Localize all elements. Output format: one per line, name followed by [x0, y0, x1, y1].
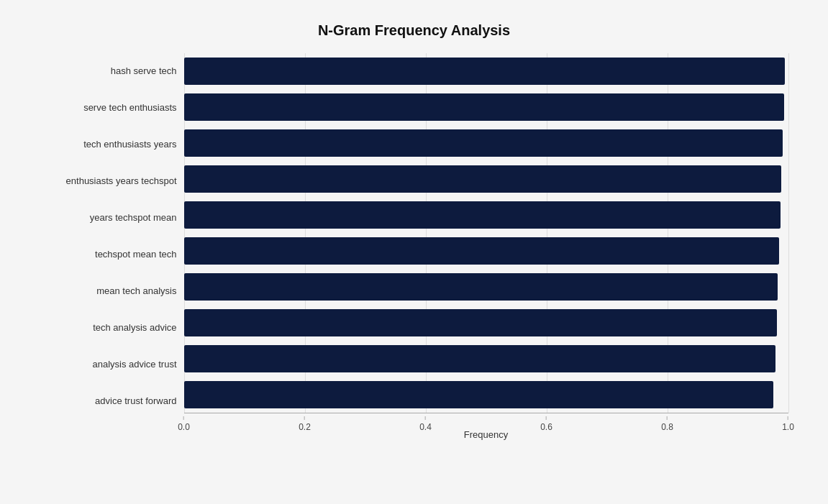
x-tick: 1.0 — [782, 416, 794, 432]
y-label: tech analysis advice — [40, 322, 177, 334]
bar-row — [184, 269, 788, 305]
y-label: tech enthusiasts years — [40, 139, 177, 150]
y-label: mean tech analysis — [40, 285, 177, 297]
bars-area — [184, 53, 788, 413]
x-tick-label: 0.6 — [540, 422, 552, 432]
bar — [184, 237, 779, 265]
x-tick: 0.2 — [299, 416, 311, 432]
bar-row — [184, 197, 788, 233]
y-labels: hash serve techserve tech enthusiaststec… — [40, 53, 184, 420]
x-axis: 0.00.20.40.60.81.0 — [184, 413, 788, 413]
chart-title: N-Gram Frequency Analysis — [40, 22, 788, 39]
bar-row — [184, 233, 788, 269]
bar-row — [184, 125, 788, 161]
bar — [184, 165, 782, 193]
bar-row — [184, 53, 788, 89]
y-label: enthusiasts years techspot — [40, 175, 177, 187]
x-tick-label: 0.8 — [661, 422, 673, 432]
y-label: analysis advice trust — [40, 359, 177, 370]
y-label: serve tech enthusiasts — [40, 102, 177, 114]
bar — [184, 381, 773, 408]
bar-row — [184, 377, 788, 413]
bar-row — [184, 161, 788, 197]
x-tick-line — [546, 416, 547, 420]
bar — [184, 58, 786, 85]
bar-row — [184, 89, 788, 125]
chart-container: N-Gram Frequency Analysis hash serve tec… — [19, 8, 810, 497]
x-tick: 0.6 — [540, 416, 552, 432]
x-tick-line — [183, 416, 184, 420]
x-axis-label: Frequency — [184, 429, 788, 440]
x-tick-line — [788, 416, 788, 420]
x-tick-line — [425, 416, 426, 420]
bar — [184, 93, 784, 121]
bar — [184, 345, 775, 372]
bars-and-x: 0.00.20.40.60.81.0 Frequency — [184, 53, 788, 420]
x-tick-line — [667, 416, 668, 420]
x-tick-label: 1.0 — [782, 422, 794, 432]
bar — [184, 129, 783, 157]
x-tick: 0.8 — [661, 416, 673, 432]
bar-row — [184, 305, 788, 341]
bar — [184, 273, 778, 301]
bar-row — [184, 341, 788, 377]
chart-area: hash serve techserve tech enthusiaststec… — [40, 53, 788, 420]
y-label: advice trust forward — [40, 395, 177, 407]
x-tick: 0.4 — [419, 416, 432, 432]
y-label: hash serve tech — [40, 65, 177, 77]
grid-line — [788, 53, 789, 413]
x-tick-label: 0.2 — [299, 422, 311, 432]
bar — [184, 309, 777, 336]
x-tick-label: 0.4 — [419, 422, 432, 432]
x-tick: 0.0 — [178, 416, 190, 432]
x-tick-line — [304, 416, 305, 420]
x-tick-label: 0.0 — [178, 422, 190, 432]
bar — [184, 201, 781, 229]
y-label: techspot mean tech — [40, 249, 177, 260]
y-label: years techspot mean — [40, 212, 177, 224]
